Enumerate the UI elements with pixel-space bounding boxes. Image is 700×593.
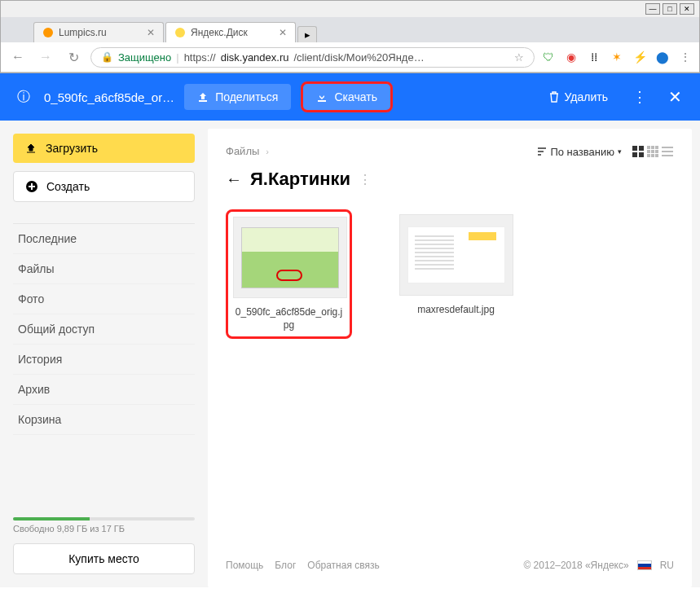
svg-rect-10: [647, 150, 650, 153]
svg-rect-15: [655, 154, 658, 157]
sidebar-item-trash[interactable]: Корзина: [13, 405, 195, 435]
file-grid: 0_590fc_a6cf85de_orig.jpg maxresdefault.…: [226, 209, 674, 339]
share-button[interactable]: Поделиться: [184, 84, 291, 110]
tab-close-icon[interactable]: ✕: [279, 27, 287, 38]
sidebar-item-recent[interactable]: Последние: [13, 224, 195, 254]
window-controls: — □ ✕: [1, 1, 699, 17]
file-card[interactable]: maxresdefault.jpg: [393, 209, 519, 339]
create-button[interactable]: Создать: [13, 171, 195, 202]
lock-icon: 🔒: [101, 51, 113, 63]
footer-feedback[interactable]: Обратная связь: [307, 560, 379, 571]
svg-rect-16: [662, 147, 673, 148]
svg-rect-14: [651, 154, 654, 157]
sidebar: Загрузить Создать Последние Файлы Фото О…: [0, 121, 208, 587]
svg-point-1: [175, 28, 185, 37]
footer-blog[interactable]: Блог: [275, 560, 296, 571]
ext-blue-icon[interactable]: ⬤: [655, 50, 670, 64]
main-panel: Файлы › По названию ▾ ← Я.Картинки ⋮ 0_: [208, 129, 692, 587]
url-path: /client/disk/Мои%20Янде…: [293, 51, 424, 64]
sidebar-item-files[interactable]: Файлы: [13, 254, 195, 284]
new-tab-button[interactable]: ▸: [297, 26, 317, 42]
storage-fill: [13, 517, 90, 521]
chevron-right-icon: ›: [266, 147, 269, 156]
svg-rect-9: [655, 146, 658, 149]
folder-more-icon[interactable]: ⋮: [359, 172, 372, 187]
address-bar: ← → ↻ 🔒 Защищено | https://disk.yandex.r…: [1, 42, 699, 72]
footer-lang[interactable]: RU: [660, 560, 674, 571]
storage-indicator: Свободно 9,89 ГБ из 17 ГБ Купить место: [13, 517, 195, 574]
delete-button[interactable]: Удалить: [540, 86, 616, 108]
url-host: disk.yandex.ru: [221, 51, 289, 64]
list-toolbar: По названию ▾: [537, 145, 674, 158]
window-minimize[interactable]: —: [645, 3, 660, 15]
sort-icon: [537, 147, 547, 156]
nav-back[interactable]: ←: [7, 46, 29, 68]
secure-label: Защищено: [118, 51, 171, 64]
svg-rect-18: [662, 155, 673, 156]
ext-tool-icon[interactable]: ✶: [610, 50, 624, 64]
nav-reload[interactable]: ↻: [63, 46, 84, 68]
url-prefix: https://: [184, 51, 216, 64]
svg-rect-4: [639, 146, 644, 151]
footer-help[interactable]: Помощь: [226, 560, 263, 571]
sidebar-item-shared[interactable]: Общий доступ: [13, 314, 195, 345]
file-name-label: 0_590fc_a6cf85de_orig.jpg: [233, 306, 345, 332]
plus-circle-icon: [25, 180, 38, 193]
delete-label: Удалить: [565, 90, 608, 103]
window-close[interactable]: ✕: [680, 3, 694, 15]
extension-icons: 🛡 ◉ ⁞⁞ ✶ ⚡ ⬤ ⋮: [541, 50, 693, 64]
file-thumbnail: [233, 217, 347, 298]
download-icon: [316, 91, 328, 103]
ext-shield-icon[interactable]: 🛡: [541, 50, 556, 64]
close-selection-icon[interactable]: ✕: [663, 87, 687, 107]
svg-rect-8: [651, 146, 654, 149]
ext-bolt-icon[interactable]: ⚡: [632, 50, 647, 64]
tab-title: Яндекс.Диск: [191, 27, 248, 38]
chevron-down-icon: ▾: [618, 147, 622, 156]
file-card-selected[interactable]: 0_590fc_a6cf85de_orig.jpg: [226, 209, 352, 339]
flag-ru-icon[interactable]: [637, 560, 652, 570]
more-icon[interactable]: ⋮: [626, 88, 654, 106]
view-small-grid-icon[interactable]: [646, 145, 659, 158]
buy-storage-button[interactable]: Купить место: [13, 543, 195, 574]
browser-tab[interactable]: Lumpics.ru ✕: [33, 22, 164, 42]
storage-bar: [13, 517, 195, 521]
svg-rect-5: [632, 152, 637, 157]
share-icon: [197, 91, 209, 103]
sidebar-item-photo[interactable]: Фото: [13, 284, 195, 314]
download-button[interactable]: Скачать: [301, 81, 393, 112]
browser-tab-active[interactable]: Яндекс.Диск ✕: [165, 22, 296, 42]
back-arrow-icon[interactable]: ←: [226, 170, 242, 189]
sidebar-item-archive[interactable]: Архив: [13, 375, 195, 405]
window-maximize[interactable]: □: [663, 3, 677, 15]
svg-rect-11: [651, 150, 654, 153]
view-large-grid-icon[interactable]: [632, 145, 645, 158]
view-list-icon[interactable]: [661, 145, 674, 158]
svg-rect-3: [632, 146, 637, 151]
sidebar-nav: Последние Файлы Фото Общий доступ Истори…: [13, 223, 195, 435]
ext-dots-icon[interactable]: ⁞⁞: [587, 50, 601, 64]
svg-rect-12: [655, 150, 658, 153]
sort-label: По названию: [550, 146, 614, 158]
info-icon[interactable]: ⓘ: [13, 89, 34, 106]
breadcrumb-root[interactable]: Файлы: [226, 145, 259, 157]
sort-button[interactable]: По названию ▾: [537, 146, 622, 158]
svg-rect-17: [662, 151, 673, 152]
star-icon[interactable]: ☆: [514, 51, 524, 64]
tab-close-icon[interactable]: ✕: [147, 27, 155, 38]
file-name-label: maxresdefault.jpg: [398, 304, 514, 317]
svg-rect-6: [639, 152, 644, 157]
tab-title: Lumpics.ru: [59, 27, 107, 38]
browser-menu-icon[interactable]: ⋮: [678, 50, 693, 64]
selected-file-name: 0_590fc_a6cf85de_or…: [44, 90, 174, 104]
storage-text: Свободно 9,89 ГБ из 17 ГБ: [13, 524, 195, 534]
sidebar-item-history[interactable]: История: [13, 345, 195, 375]
nav-forward[interactable]: →: [35, 46, 56, 68]
svg-rect-7: [647, 146, 650, 149]
create-label: Создать: [46, 180, 90, 193]
trash-icon: [548, 91, 560, 103]
ext-red-icon[interactable]: ◉: [564, 50, 579, 64]
svg-point-0: [43, 28, 53, 37]
address-field[interactable]: 🔒 Защищено | https://disk.yandex.ru/clie…: [90, 47, 535, 68]
upload-button[interactable]: Загрузить: [13, 134, 195, 163]
